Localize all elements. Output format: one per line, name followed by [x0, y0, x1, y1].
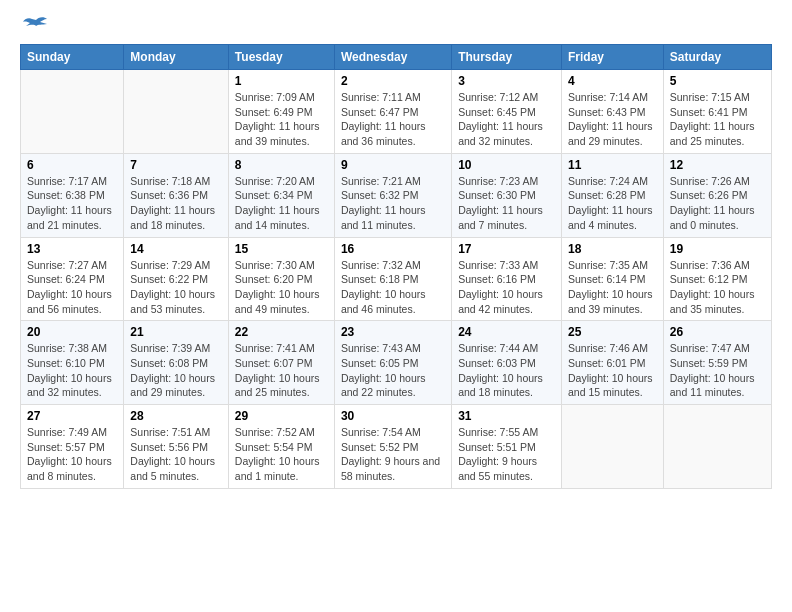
day-number: 19: [670, 242, 765, 256]
day-info: Sunrise: 7:35 AM Sunset: 6:14 PM Dayligh…: [568, 258, 657, 317]
page-header: [20, 16, 772, 36]
day-info: Sunrise: 7:47 AM Sunset: 5:59 PM Dayligh…: [670, 341, 765, 400]
day-info: Sunrise: 7:30 AM Sunset: 6:20 PM Dayligh…: [235, 258, 328, 317]
day-number: 24: [458, 325, 555, 339]
calendar-cell: [21, 70, 124, 154]
logo-bird-icon: [22, 16, 48, 36]
day-number: 18: [568, 242, 657, 256]
week-row-2: 6Sunrise: 7:17 AM Sunset: 6:38 PM Daylig…: [21, 153, 772, 237]
day-info: Sunrise: 7:27 AM Sunset: 6:24 PM Dayligh…: [27, 258, 117, 317]
day-number: 27: [27, 409, 117, 423]
day-number: 11: [568, 158, 657, 172]
day-number: 21: [130, 325, 222, 339]
calendar-cell: [561, 405, 663, 489]
day-number: 16: [341, 242, 445, 256]
day-info: Sunrise: 7:43 AM Sunset: 6:05 PM Dayligh…: [341, 341, 445, 400]
day-info: Sunrise: 7:55 AM Sunset: 5:51 PM Dayligh…: [458, 425, 555, 484]
calendar-cell: 28Sunrise: 7:51 AM Sunset: 5:56 PM Dayli…: [124, 405, 229, 489]
calendar-cell: 14Sunrise: 7:29 AM Sunset: 6:22 PM Dayli…: [124, 237, 229, 321]
calendar-cell: 26Sunrise: 7:47 AM Sunset: 5:59 PM Dayli…: [663, 321, 771, 405]
calendar-cell: 10Sunrise: 7:23 AM Sunset: 6:30 PM Dayli…: [452, 153, 562, 237]
day-info: Sunrise: 7:32 AM Sunset: 6:18 PM Dayligh…: [341, 258, 445, 317]
day-info: Sunrise: 7:21 AM Sunset: 6:32 PM Dayligh…: [341, 174, 445, 233]
day-number: 31: [458, 409, 555, 423]
day-number: 5: [670, 74, 765, 88]
day-info: Sunrise: 7:54 AM Sunset: 5:52 PM Dayligh…: [341, 425, 445, 484]
calendar-cell: 16Sunrise: 7:32 AM Sunset: 6:18 PM Dayli…: [334, 237, 451, 321]
calendar-cell: 6Sunrise: 7:17 AM Sunset: 6:38 PM Daylig…: [21, 153, 124, 237]
calendar-header: SundayMondayTuesdayWednesdayThursdayFrid…: [21, 45, 772, 70]
day-number: 3: [458, 74, 555, 88]
calendar-cell: 27Sunrise: 7:49 AM Sunset: 5:57 PM Dayli…: [21, 405, 124, 489]
day-number: 1: [235, 74, 328, 88]
week-row-4: 20Sunrise: 7:38 AM Sunset: 6:10 PM Dayli…: [21, 321, 772, 405]
day-info: Sunrise: 7:38 AM Sunset: 6:10 PM Dayligh…: [27, 341, 117, 400]
day-number: 30: [341, 409, 445, 423]
day-info: Sunrise: 7:41 AM Sunset: 6:07 PM Dayligh…: [235, 341, 328, 400]
header-row: SundayMondayTuesdayWednesdayThursdayFrid…: [21, 45, 772, 70]
day-info: Sunrise: 7:52 AM Sunset: 5:54 PM Dayligh…: [235, 425, 328, 484]
day-info: Sunrise: 7:33 AM Sunset: 6:16 PM Dayligh…: [458, 258, 555, 317]
calendar-cell: 12Sunrise: 7:26 AM Sunset: 6:26 PM Dayli…: [663, 153, 771, 237]
day-number: 29: [235, 409, 328, 423]
calendar-table: SundayMondayTuesdayWednesdayThursdayFrid…: [20, 44, 772, 489]
calendar-cell: 4Sunrise: 7:14 AM Sunset: 6:43 PM Daylig…: [561, 70, 663, 154]
calendar-cell: 30Sunrise: 7:54 AM Sunset: 5:52 PM Dayli…: [334, 405, 451, 489]
day-info: Sunrise: 7:14 AM Sunset: 6:43 PM Dayligh…: [568, 90, 657, 149]
day-info: Sunrise: 7:39 AM Sunset: 6:08 PM Dayligh…: [130, 341, 222, 400]
day-number: 15: [235, 242, 328, 256]
day-info: Sunrise: 7:12 AM Sunset: 6:45 PM Dayligh…: [458, 90, 555, 149]
calendar-cell: 23Sunrise: 7:43 AM Sunset: 6:05 PM Dayli…: [334, 321, 451, 405]
calendar-cell: 22Sunrise: 7:41 AM Sunset: 6:07 PM Dayli…: [228, 321, 334, 405]
day-number: 13: [27, 242, 117, 256]
column-header-thursday: Thursday: [452, 45, 562, 70]
calendar-cell: 21Sunrise: 7:39 AM Sunset: 6:08 PM Dayli…: [124, 321, 229, 405]
day-number: 14: [130, 242, 222, 256]
day-info: Sunrise: 7:49 AM Sunset: 5:57 PM Dayligh…: [27, 425, 117, 484]
day-info: Sunrise: 7:46 AM Sunset: 6:01 PM Dayligh…: [568, 341, 657, 400]
calendar-cell: 3Sunrise: 7:12 AM Sunset: 6:45 PM Daylig…: [452, 70, 562, 154]
calendar-cell: 8Sunrise: 7:20 AM Sunset: 6:34 PM Daylig…: [228, 153, 334, 237]
day-number: 23: [341, 325, 445, 339]
calendar-cell: 20Sunrise: 7:38 AM Sunset: 6:10 PM Dayli…: [21, 321, 124, 405]
day-number: 26: [670, 325, 765, 339]
calendar-cell: 25Sunrise: 7:46 AM Sunset: 6:01 PM Dayli…: [561, 321, 663, 405]
day-number: 12: [670, 158, 765, 172]
calendar-cell: 5Sunrise: 7:15 AM Sunset: 6:41 PM Daylig…: [663, 70, 771, 154]
calendar-cell: [663, 405, 771, 489]
calendar-cell: 1Sunrise: 7:09 AM Sunset: 6:49 PM Daylig…: [228, 70, 334, 154]
day-number: 28: [130, 409, 222, 423]
day-info: Sunrise: 7:09 AM Sunset: 6:49 PM Dayligh…: [235, 90, 328, 149]
day-number: 6: [27, 158, 117, 172]
calendar-cell: 7Sunrise: 7:18 AM Sunset: 6:36 PM Daylig…: [124, 153, 229, 237]
calendar-cell: 18Sunrise: 7:35 AM Sunset: 6:14 PM Dayli…: [561, 237, 663, 321]
day-info: Sunrise: 7:51 AM Sunset: 5:56 PM Dayligh…: [130, 425, 222, 484]
calendar-cell: 9Sunrise: 7:21 AM Sunset: 6:32 PM Daylig…: [334, 153, 451, 237]
column-header-friday: Friday: [561, 45, 663, 70]
day-info: Sunrise: 7:29 AM Sunset: 6:22 PM Dayligh…: [130, 258, 222, 317]
day-number: 10: [458, 158, 555, 172]
calendar-cell: 29Sunrise: 7:52 AM Sunset: 5:54 PM Dayli…: [228, 405, 334, 489]
logo: [20, 16, 48, 36]
day-number: 17: [458, 242, 555, 256]
day-info: Sunrise: 7:18 AM Sunset: 6:36 PM Dayligh…: [130, 174, 222, 233]
calendar-cell: [124, 70, 229, 154]
column-header-sunday: Sunday: [21, 45, 124, 70]
day-number: 8: [235, 158, 328, 172]
day-number: 4: [568, 74, 657, 88]
calendar-body: 1Sunrise: 7:09 AM Sunset: 6:49 PM Daylig…: [21, 70, 772, 489]
day-info: Sunrise: 7:23 AM Sunset: 6:30 PM Dayligh…: [458, 174, 555, 233]
calendar-cell: 24Sunrise: 7:44 AM Sunset: 6:03 PM Dayli…: [452, 321, 562, 405]
calendar-cell: 19Sunrise: 7:36 AM Sunset: 6:12 PM Dayli…: [663, 237, 771, 321]
day-number: 22: [235, 325, 328, 339]
day-number: 9: [341, 158, 445, 172]
day-number: 7: [130, 158, 222, 172]
day-info: Sunrise: 7:20 AM Sunset: 6:34 PM Dayligh…: [235, 174, 328, 233]
day-number: 2: [341, 74, 445, 88]
day-info: Sunrise: 7:17 AM Sunset: 6:38 PM Dayligh…: [27, 174, 117, 233]
calendar-cell: 15Sunrise: 7:30 AM Sunset: 6:20 PM Dayli…: [228, 237, 334, 321]
day-number: 20: [27, 325, 117, 339]
column-header-saturday: Saturday: [663, 45, 771, 70]
calendar-cell: 13Sunrise: 7:27 AM Sunset: 6:24 PM Dayli…: [21, 237, 124, 321]
day-info: Sunrise: 7:11 AM Sunset: 6:47 PM Dayligh…: [341, 90, 445, 149]
